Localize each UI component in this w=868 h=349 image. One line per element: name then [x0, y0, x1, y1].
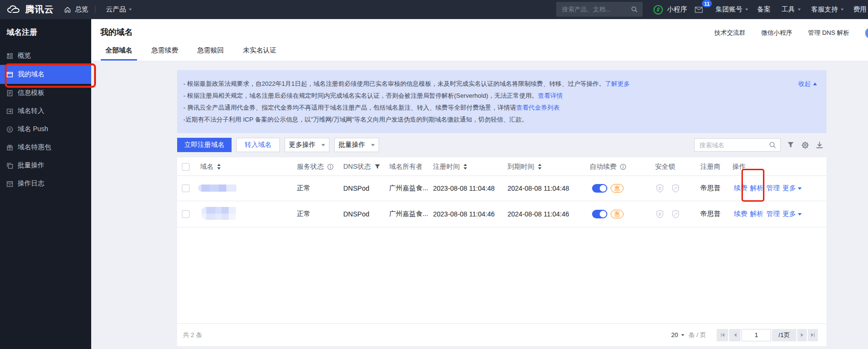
gear-icon[interactable] [801, 141, 809, 149]
topbar-search-input[interactable] [556, 6, 631, 13]
sidebar-item-overview[interactable]: 概览 [0, 47, 91, 65]
page-size-select[interactable]: 20 [671, 331, 684, 339]
notice-line: - 腾讯云全产品通用代金券、指定代金券均不再适用于域名注册产品，包括域名新注、转… [183, 102, 769, 113]
pagination: 20 条 / 页 /1页 [671, 329, 818, 341]
update-lock-shield-icon[interactable] [671, 209, 680, 219]
sort-icon[interactable] [217, 164, 221, 170]
wechat-mini-program-link[interactable]: 微信小程序 [761, 29, 792, 37]
sort-icon[interactable] [463, 164, 467, 170]
info-icon[interactable] [620, 164, 626, 170]
filter-icon[interactable] [374, 164, 381, 170]
select-all-checkbox[interactable] [182, 163, 190, 171]
collapse-banner-button[interactable]: 收起 [798, 78, 817, 90]
domain-owner: 广州嘉益食... [389, 201, 428, 227]
tab-all-domains[interactable]: 全部域名 [101, 46, 137, 61]
col-owner: 域名所有者 [389, 163, 423, 171]
topbar-icp-filing[interactable]: 备案 [757, 0, 771, 19]
expire-time: 2024-08-08 11:04:46 [508, 201, 569, 227]
sidebar-item-label: 我的域名 [18, 70, 44, 79]
promo-badge[interactable]: 惠 [611, 210, 624, 218]
sidebar-item-domain-push[interactable]: 域名 Push [0, 120, 91, 138]
expire-time: 2024-08-08 11:04:48 [508, 176, 569, 201]
voucher-list-link[interactable]: 查看代金券列表 [516, 104, 560, 111]
row-checkbox[interactable] [182, 210, 190, 218]
tab-renewal-needed[interactable]: 急需续费 [147, 46, 183, 61]
renew-link[interactable]: 续费 [734, 210, 747, 218]
resolve-link[interactable]: 解析 [750, 184, 763, 193]
register-domain-button[interactable]: 立即注册域名 [177, 138, 232, 152]
auto-renew-toggle[interactable] [592, 210, 607, 218]
topbar-support-menu[interactable]: 客服支持 [811, 0, 844, 19]
topbar-group-account[interactable]: 集团账号 [716, 0, 748, 19]
more-operations-dropdown[interactable]: 更多操作 [285, 138, 329, 152]
topbar-mini-program[interactable]: 小程序 [653, 0, 687, 19]
tab-redeem-needed[interactable]: 急需赎回 [192, 46, 229, 61]
sidebar-item-domain-transfer-in[interactable]: 域名转入 [0, 102, 91, 120]
update-lock-shield-icon[interactable] [671, 184, 680, 193]
last-page-button[interactable] [808, 329, 818, 341]
tab-not-verified[interactable]: 未实名认证 [238, 46, 281, 61]
tech-group-link[interactable]: 技术交流群 [714, 29, 745, 37]
sidebar-title: 域名注册 [0, 19, 91, 41]
topbar-overview[interactable]: 总览 [64, 0, 88, 19]
topbar-billing-menu[interactable]: 费用 [853, 0, 867, 19]
manage-link[interactable]: 管理 [766, 210, 780, 218]
domain-search[interactable] [694, 138, 781, 152]
sidebar-item-batch-operation[interactable]: 批量操作 [0, 156, 91, 174]
dns-status: DNSPod [343, 176, 369, 201]
toggle-knob [600, 211, 606, 217]
promo-badge[interactable]: 惠 [611, 184, 624, 193]
toolbar: 立即注册域名 转入域名 更多操作 批量操作 [177, 138, 826, 152]
sidebar-item-my-domains[interactable]: 我的域名 [0, 65, 91, 84]
download-icon[interactable] [815, 141, 824, 149]
row-checkbox[interactable] [182, 185, 190, 192]
transfer-in-button[interactable]: 转入域名 [236, 138, 280, 152]
topbar-products-menu[interactable]: 云产品 [106, 0, 132, 19]
renew-link[interactable]: 续费 [734, 184, 747, 193]
toggle-knob [600, 185, 606, 192]
brand[interactable]: 腾讯云 [6, 0, 54, 19]
sidebar-item-domain-package[interactable]: 域名特惠包 [0, 138, 91, 156]
manage-dns-link[interactable]: 管理 DNS 解析 [808, 29, 849, 37]
prev-page-button[interactable] [729, 329, 741, 341]
sidebar-menu: 概览 我的域名 信息模板 域名转入 域名 Push [0, 47, 91, 193]
next-page-button[interactable] [797, 329, 807, 341]
redacted-domain-name[interactable] [198, 185, 236, 192]
toolbar-right [694, 138, 826, 152]
support-label: 客服支持 [811, 5, 838, 14]
first-page-button[interactable] [717, 329, 728, 341]
page-number-input[interactable] [741, 329, 771, 341]
domain-search-input[interactable] [695, 142, 769, 149]
search-icon[interactable] [631, 6, 638, 13]
view-details-link[interactable]: 查看详情 [538, 92, 562, 99]
page-head-links: 技术交流群 微信小程序 管理 DNS 解析 [714, 29, 849, 37]
notice-line: - 根据最新政策法规要求，自2022年1月1日起，域名注册前必须使用已实名审核的… [183, 78, 769, 90]
sidebar-item-label: 信息模板 [18, 89, 44, 97]
topbar-search[interactable] [556, 2, 643, 17]
sidebar-item-info-template[interactable]: 信息模板 [0, 84, 91, 102]
more-link[interactable]: 更多 [783, 210, 802, 218]
learn-more-link[interactable]: 了解更多 [605, 80, 630, 87]
batch-operations-dropdown[interactable]: 批量操作 [334, 138, 379, 152]
chevron-down-icon [798, 187, 802, 190]
transfer-lock-shield-icon[interactable] [655, 184, 665, 193]
table-empty-space [177, 227, 826, 323]
gift-box-icon [6, 144, 13, 151]
manage-link[interactable]: 管理 [766, 184, 780, 193]
more-link[interactable]: 更多 [783, 184, 802, 193]
auto-renew-toggle[interactable] [592, 184, 607, 193]
topbar-tools-menu[interactable]: 工具 [782, 0, 801, 19]
message-count-badge[interactable]: 11 [702, 0, 712, 7]
transfer-lock-shield-icon[interactable] [655, 209, 665, 219]
sidebar-item-operation-log[interactable]: 操作日志 [0, 174, 91, 193]
filter-icon[interactable] [787, 141, 795, 149]
resolve-link[interactable]: 解析 [750, 210, 763, 218]
col-dns-status: DNS状态 [343, 163, 371, 171]
search-icon[interactable] [769, 141, 776, 149]
sidebar-item-label: 域名转入 [18, 107, 44, 115]
info-icon[interactable] [327, 164, 334, 170]
table-row: 正常 DNSPod 广州嘉益食... 2023-08-08 11:04:48 2… [177, 176, 826, 201]
redacted-domain-name[interactable] [201, 207, 236, 220]
sort-icon[interactable] [538, 164, 542, 170]
copy-stack-icon [6, 162, 13, 169]
